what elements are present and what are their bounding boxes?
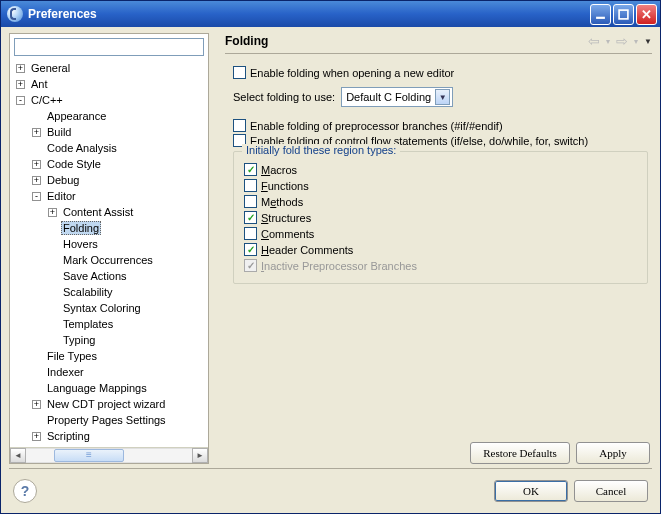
tree-item[interactable]: Language Mappings xyxy=(12,380,208,396)
region-structures-row: Structures xyxy=(244,211,639,224)
region-methods-checkbox[interactable] xyxy=(244,195,257,208)
forward-menu-icon[interactable]: ▾ xyxy=(634,37,638,46)
tree-item-label: Language Mappings xyxy=(45,382,149,394)
expand-icon[interactable]: + xyxy=(16,64,25,73)
tree-spacer xyxy=(48,288,57,297)
tree-item-label: File Types xyxy=(45,350,99,362)
back-icon[interactable]: ⇦ xyxy=(588,33,600,49)
tree-item[interactable]: Appearance xyxy=(12,108,208,124)
region-methods-row: Methods xyxy=(244,195,639,208)
expand-icon[interactable]: + xyxy=(32,176,41,185)
tree-item-label: Mark Occurrences xyxy=(61,254,155,266)
tree-item[interactable]: -C/C++ xyxy=(12,92,208,108)
region-functions-row: Functions xyxy=(244,179,639,192)
tree-spacer xyxy=(32,416,41,425)
back-menu-icon[interactable]: ▾ xyxy=(606,37,610,46)
expand-icon[interactable]: + xyxy=(32,432,41,441)
region-structures-label: Structures xyxy=(261,212,311,224)
tree-item-label: Folding xyxy=(61,221,101,235)
settings-content: Enable folding when opening a new editor… xyxy=(225,62,652,434)
tree-item[interactable]: +General xyxy=(12,60,208,76)
region-macros-checkbox[interactable] xyxy=(244,163,257,176)
tree-item[interactable]: Property Pages Settings xyxy=(12,412,208,428)
tree-item[interactable]: +New CDT project wizard xyxy=(12,396,208,412)
section-nav: ⇦ ▾ ⇨ ▾ ▼ xyxy=(588,33,652,49)
region-comments-label: Comments xyxy=(261,228,314,240)
expand-icon[interactable]: + xyxy=(32,128,41,137)
region-headercmt-checkbox[interactable] xyxy=(244,243,257,256)
tree-item-label: Appearance xyxy=(45,110,108,122)
tree-item-label: Debug xyxy=(45,174,81,186)
tree-item-label: New CDT project wizard xyxy=(45,398,167,410)
restore-defaults-button[interactable]: Restore Defaults xyxy=(470,442,570,464)
filter-input[interactable] xyxy=(14,38,204,56)
splitter[interactable] xyxy=(215,33,219,464)
tree-item[interactable]: +Debug xyxy=(12,172,208,188)
collapse-icon[interactable]: - xyxy=(32,192,41,201)
section-header: Folding ⇦ ▾ ⇨ ▾ ▼ xyxy=(225,33,652,54)
cancel-button[interactable]: Cancel xyxy=(574,480,648,502)
ok-button[interactable]: OK xyxy=(494,480,568,502)
expand-icon[interactable]: + xyxy=(32,160,41,169)
scroll-right-button[interactable]: ► xyxy=(192,448,208,463)
tree-spacer xyxy=(48,240,57,249)
tree-item-label: General xyxy=(29,62,72,74)
close-button[interactable]: ✕ xyxy=(636,4,657,25)
tree-item[interactable]: +Ant xyxy=(12,76,208,92)
forward-icon[interactable]: ⇨ xyxy=(616,33,628,49)
region-comments-checkbox[interactable] xyxy=(244,227,257,240)
tree-item[interactable]: +Scripting xyxy=(12,428,208,444)
tree-item[interactable]: +Code Style xyxy=(12,156,208,172)
tree-item[interactable]: Hovers xyxy=(12,236,208,252)
tree-item[interactable]: Templates xyxy=(12,316,208,332)
tree-item[interactable]: -Editor xyxy=(12,188,208,204)
select-folding-combo[interactable]: Default C Folding ▼ xyxy=(341,87,453,107)
region-macros-row: Macros xyxy=(244,163,639,176)
tree-item[interactable]: Folding xyxy=(12,220,208,236)
tree-item-label: Scalability xyxy=(61,286,115,298)
tree-item[interactable]: Code Analysis xyxy=(12,140,208,156)
tree-spacer xyxy=(48,256,57,265)
maximize-button[interactable] xyxy=(613,4,634,25)
enable-preproc-label: Enable folding of preprocessor branches … xyxy=(250,120,503,132)
tree-spacer xyxy=(32,368,41,377)
region-structures-checkbox[interactable] xyxy=(244,211,257,224)
tree-item[interactable]: Syntax Coloring xyxy=(12,300,208,316)
tree-item[interactable]: Indexer xyxy=(12,364,208,380)
apply-button[interactable]: Apply xyxy=(576,442,650,464)
collapse-icon[interactable]: - xyxy=(16,96,25,105)
tree-item[interactable]: Typing xyxy=(12,332,208,348)
preference-tree: +General+Ant-C/C++Appearance+BuildCode A… xyxy=(10,58,208,446)
tree-item[interactable]: Mark Occurrences xyxy=(12,252,208,268)
tree-item[interactable]: +Build xyxy=(12,124,208,140)
view-menu-icon[interactable]: ▼ xyxy=(644,37,652,46)
scroll-left-button[interactable]: ◄ xyxy=(10,448,26,463)
region-functions-checkbox[interactable] xyxy=(244,179,257,192)
tree-item-label: Save Actions xyxy=(61,270,129,282)
enable-folding-checkbox[interactable] xyxy=(233,66,246,79)
tree-item[interactable]: +Content Assist xyxy=(12,204,208,220)
enable-preproc-checkbox[interactable] xyxy=(233,119,246,132)
region-macros-label: Macros xyxy=(261,164,297,176)
region-inactive-row: Inactive Preprocessor Branches xyxy=(244,259,639,272)
tree-hscrollbar[interactable]: ◄ ► xyxy=(10,447,208,463)
select-folding-value: Default C Folding xyxy=(346,91,431,103)
tree-item[interactable]: Save Actions xyxy=(12,268,208,284)
scroll-thumb[interactable] xyxy=(54,449,124,462)
minimize-button[interactable] xyxy=(590,4,611,25)
tree-item-label: Templates xyxy=(61,318,115,330)
tree-item-label: Code Analysis xyxy=(45,142,119,154)
svg-rect-0 xyxy=(596,16,605,18)
tree-scroll[interactable]: +General+Ant-C/C++Appearance+BuildCode A… xyxy=(10,58,208,447)
tree-item[interactable]: Scalability xyxy=(12,284,208,300)
section-title: Folding xyxy=(225,34,588,48)
region-functions-label: Functions xyxy=(261,180,309,192)
scroll-track[interactable] xyxy=(26,448,192,463)
tree-item[interactable]: File Types xyxy=(12,348,208,364)
expand-icon[interactable]: + xyxy=(32,400,41,409)
expand-icon[interactable]: + xyxy=(48,208,57,217)
tree-item-label: Indexer xyxy=(45,366,86,378)
app-icon xyxy=(7,6,23,22)
help-button[interactable]: ? xyxy=(13,479,37,503)
expand-icon[interactable]: + xyxy=(16,80,25,89)
